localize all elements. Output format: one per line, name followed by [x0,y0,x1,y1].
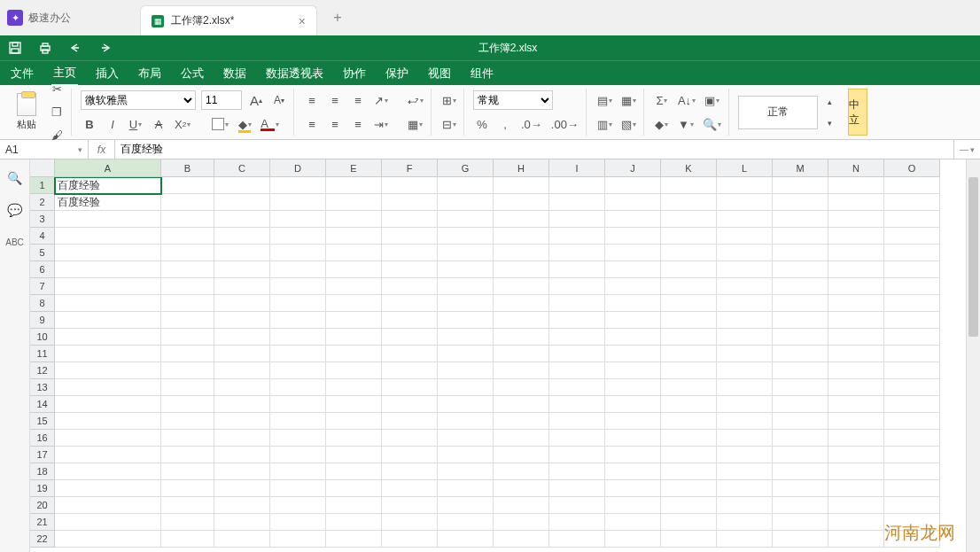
cell-M4[interactable] [773,228,828,245]
fill-button[interactable]: ▣▾ [703,90,721,110]
cell-L14[interactable] [717,396,773,413]
row-header-8[interactable]: 8 [30,295,55,312]
cell-B22[interactable] [161,531,214,548]
align-bottom-button[interactable]: ≡ [349,90,367,110]
cell-H22[interactable] [494,531,549,548]
cell-O20[interactable] [884,497,940,514]
cell-H2[interactable] [494,194,549,211]
cell-C3[interactable] [214,211,270,228]
cell-C15[interactable] [214,413,270,430]
cell-H18[interactable] [494,463,549,480]
cell-L15[interactable] [717,413,773,430]
menu-保护[interactable]: 保护 [384,62,410,85]
cell-O2[interactable] [884,194,940,211]
cell-C10[interactable] [214,329,270,346]
cell-N7[interactable] [828,278,884,295]
cell-D15[interactable] [270,413,326,430]
cell-J19[interactable] [605,480,661,497]
cell-N12[interactable] [828,362,884,379]
cell-B11[interactable] [161,346,214,362]
cell-A8[interactable] [55,295,161,312]
row-header-20[interactable]: 20 [30,497,55,514]
cell-E7[interactable] [326,278,382,295]
cell-M1[interactable] [773,177,828,194]
cell-A3[interactable] [55,211,161,228]
cell-O10[interactable] [884,329,940,346]
cell-B14[interactable] [161,396,214,413]
cell-J3[interactable] [605,211,661,228]
cell-N18[interactable] [828,463,884,480]
cell-O16[interactable] [884,430,940,447]
cell-G17[interactable] [438,447,494,463]
column-header-C[interactable]: C [214,159,270,177]
document-tab[interactable]: ▦ 工作簿2.xlsx* × [140,5,317,35]
cell-E15[interactable] [326,413,382,430]
cell-F8[interactable] [382,295,438,312]
orientation-button[interactable]: ↗▾ [372,90,390,110]
cell-E3[interactable] [326,211,382,228]
align-right-button[interactable]: ≡ [349,114,367,134]
cell-O17[interactable] [884,447,940,463]
align-middle-button[interactable]: ≡ [326,90,344,110]
cell-B6[interactable] [161,261,214,278]
row-header-2[interactable]: 2 [30,194,55,211]
row-header-9[interactable]: 9 [30,312,55,329]
menu-布局[interactable]: 布局 [136,62,163,85]
format-menu-button[interactable]: ▧▾ [619,114,638,134]
cell-A4[interactable] [55,228,161,245]
cell-A5[interactable] [55,245,161,261]
cell-K20[interactable] [661,497,717,514]
cell-H17[interactable] [494,447,549,463]
font-color-button[interactable]: A▾ [259,114,281,134]
cell-M11[interactable] [773,346,828,362]
cell-M6[interactable] [773,261,828,278]
cell-A13[interactable] [55,379,161,396]
cell-O12[interactable] [884,362,940,379]
cell-K21[interactable] [661,514,717,531]
cell-D18[interactable] [270,463,326,480]
cell-N5[interactable] [828,245,884,261]
cell-N2[interactable] [828,194,884,211]
cell-J8[interactable] [605,295,661,312]
cell-G14[interactable] [438,396,494,413]
cell-I19[interactable] [549,480,605,497]
underline-button[interactable]: U▾ [127,114,144,134]
paste-button[interactable]: 粘贴 [11,93,43,131]
cell-G4[interactable] [438,228,494,245]
cell-O3[interactable] [884,211,940,228]
merge-cells-button[interactable]: ▦▾ [406,114,424,134]
cell-N14[interactable] [828,396,884,413]
cell-C18[interactable] [214,463,270,480]
cell-A19[interactable] [55,480,161,497]
column-header-D[interactable]: D [270,159,326,177]
cell-G13[interactable] [438,379,494,396]
cell-I4[interactable] [549,228,605,245]
cell-E17[interactable] [326,447,382,463]
percent-button[interactable]: % [473,114,491,134]
cell-M15[interactable] [773,413,828,430]
decrease-decimal-button[interactable]: .00→ [549,114,580,134]
cell-G22[interactable] [438,531,494,548]
cell-N15[interactable] [828,413,884,430]
cell-J18[interactable] [605,463,661,480]
row-header-14[interactable]: 14 [30,396,55,413]
scrollbar-thumb[interactable] [968,177,978,337]
cell-B20[interactable] [161,497,214,514]
cell-J10[interactable] [605,329,661,346]
cell-G9[interactable] [438,312,494,329]
cell-D1[interactable] [270,177,326,194]
cell-M8[interactable] [773,295,828,312]
increase-font-button[interactable]: A▴ [247,90,265,110]
select-all-corner[interactable] [30,159,55,177]
comma-button[interactable]: , [496,114,514,134]
cell-L13[interactable] [717,379,773,396]
cell-G1[interactable] [438,177,494,194]
row-header-22[interactable]: 22 [30,531,55,548]
font-size-input[interactable] [201,90,242,110]
row-header-6[interactable]: 6 [30,261,55,278]
cell-D4[interactable] [270,228,326,245]
cell-C2[interactable] [214,194,270,211]
cell-E10[interactable] [326,329,382,346]
cell-E11[interactable] [326,346,382,362]
cell-C14[interactable] [214,396,270,413]
